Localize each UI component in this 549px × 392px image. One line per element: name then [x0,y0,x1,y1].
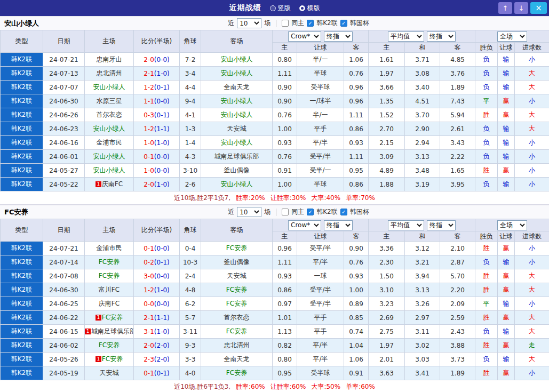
score-cell: 1-2(0-1) [134,81,180,94]
close-button[interactable]: × [530,2,547,14]
col-odds-away: 客 [344,231,369,242]
away-odds-cell: 0.86 [344,178,369,191]
away-odds-cell: 0.96 [344,94,369,108]
home-team-cell: 庆南FC [85,297,134,311]
away-team-cell: FC安养 [201,366,273,380]
corner-cell: 2-4 [180,269,201,283]
date-cell: 24-06-22 [43,311,85,325]
home-team-cell: FC安养 [85,255,134,269]
home-team-cell: 水原三星 [85,94,134,108]
avg-away-cell: 1.89 [440,81,475,94]
bookmaker-select-2[interactable]: Crow* [288,220,321,230]
home-team-cell: 安山小绿人 [85,150,134,164]
handicap-cell: 平手 [297,122,344,136]
date-cell: 24-06-16 [43,136,85,150]
avg-draw-cell: 3.08 [405,67,440,81]
date-cell: 24-06-26 [43,108,85,122]
same-home-checkbox-2[interactable] [282,209,289,215]
avg-away-cell: 2.20 [440,283,475,297]
match-row: 韩K2联24-07-21忠南牙山2-0(0-0)7-2安山小绿人0.80半/一1… [1,53,549,67]
home-odds-cell: 0.76 [273,108,297,122]
col-odds-home: 主 [273,231,297,242]
handicap-cell: 一/球半 [297,94,344,108]
halftime-score: (1-0) [154,181,170,188]
final-odds-select-4[interactable]: 终指 [427,220,456,230]
horizontal-layout-radio[interactable]: 横版 [299,4,320,13]
match-row: 韩K2联24-07-13忠北清州2-1(1-0)3-4安山小绿人1.11半球0.… [1,67,549,81]
league-checkbox[interactable] [307,20,314,27]
team-name: 安山小绿人 [4,19,39,28]
team-label: FC安养 [226,369,247,377]
corner-cell: 4-4 [180,81,201,94]
away-odds-cell: 0.85 [344,311,369,325]
team-label: 首尔衣恋 [224,314,250,321]
team-label: 水原三星 [97,97,122,105]
team-label: 庆南FC [99,300,120,307]
move-down-button[interactable]: ↓ [514,2,528,14]
vertical-layout-radio[interactable]: 竖版 [270,4,291,13]
recent-matches-table-2: 类型 日期 主场 比分(半场) 角球 客场 Crow* 终指 平均值 终指 全场 [0,219,549,380]
avg-draw-cell: 3.21 [405,255,440,269]
avg-draw-cell: 3.70 [405,108,440,122]
league-checkbox-2[interactable] [307,209,314,215]
over-rate-2: 大率:50% [311,382,340,391]
avg-draw-cell: 3.71 [405,53,440,67]
goals-result-cell: 小 [515,94,549,108]
league-type-cell: 韩K2联 [1,81,43,94]
corner-cell: 3-11 [180,325,201,339]
win-rate: 胜率:20% [236,194,265,203]
goals-result-cell: 大 [515,325,549,339]
result-cell: 胜 [475,366,498,380]
recent-matches-table: 类型 日期 主场 比分(半场) 角球 客场 Crow* 终指 平均值 终指 全场 [0,30,549,191]
fulltime-select[interactable]: 全场 [497,31,527,42]
avg-home-cell: 3.63 [369,366,405,380]
team-label: 安山小绿人 [93,166,125,174]
team-label: 城南足球俱乐部 [91,327,134,335]
goals-result-cell: 小 [515,136,549,150]
col-goals: 进球数 [515,43,549,53]
col-score: 比分(半场) [134,30,180,53]
match-count-select-2[interactable]: 10 [237,207,261,217]
final-odds-select-2[interactable]: 终指 [427,31,456,42]
league-type-cell: 韩K2联 [1,108,43,122]
away-odds-cell: 0.95 [344,164,369,178]
away-odds-cell: 0.76 [344,255,369,269]
away-odds-cell: 0.91 [344,366,369,380]
fulltime-select-2[interactable]: 全场 [497,220,527,230]
home-team-cell: FC安养 [85,269,134,283]
average-group-header-2: 平均值 终指 [369,219,475,231]
average-select[interactable]: 平均值 [388,31,424,42]
home-team-cell: 忠北清州 [85,67,134,81]
team-label: 富川FC [99,286,120,293]
date-cell: 24-06-23 [43,122,85,136]
move-up-button[interactable]: ↑ [498,2,512,14]
home-odds-cell: 0.90 [273,94,297,108]
goals-result-cell: 大 [515,122,549,136]
bookmaker-select[interactable]: Crow* [288,31,321,42]
handicap-result-cell: 输 [498,353,515,366]
fulltime-score: 1-2 [144,84,154,91]
final-odds-select-3[interactable]: 终指 [324,220,353,230]
halftime-score: (0-1) [154,111,170,119]
fulltime-score: 0-1 [144,370,154,377]
same-home-checkbox[interactable] [282,20,289,27]
cup-checkbox-2[interactable] [340,209,347,215]
team-label: 安山小绿人 [93,125,125,132]
avg-draw-cell: 3.03 [405,353,440,366]
avg-home-cell: 1.52 [369,108,405,122]
away-team-cell: 安山小绿人 [201,178,273,191]
team-label: 天安城 [100,369,119,377]
cup-checkbox[interactable] [340,20,347,27]
fulltime-score: 2-0 [144,342,154,349]
team-label: FC安养 [226,244,247,252]
away-odds-cell: 1.04 [344,339,369,353]
away-team-cell: 安山小绿人 [201,108,273,122]
team-label: 金浦市民 [97,244,122,252]
col-handicap-result: 让球 [498,43,515,53]
final-odds-select[interactable]: 终指 [324,31,353,42]
match-count-select[interactable]: 10 [237,18,261,28]
average-select-2[interactable]: 平均值 [388,220,424,230]
avg-draw-cell: 3.12 [405,242,440,255]
score-cell: 0-0(0-0) [134,297,180,311]
score-cell: 2-3(2-0) [134,353,180,366]
